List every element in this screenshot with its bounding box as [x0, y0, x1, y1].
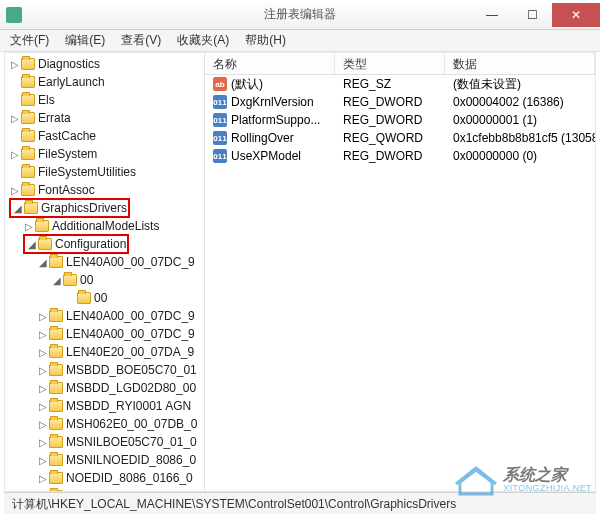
tree-item[interactable]: ▷NOEDID_8086_0166_0: [5, 469, 204, 487]
expander-icon[interactable]: ◢: [26, 239, 38, 250]
expander-icon[interactable]: ▷: [37, 311, 49, 322]
folder-icon: [21, 94, 35, 106]
tree-item[interactable]: ▷AdditionalModeLists: [5, 217, 204, 235]
folder-icon: [49, 472, 63, 484]
folder-icon: [21, 166, 35, 178]
folder-icon: [35, 220, 49, 232]
tree-item[interactable]: ▷MSBDD_RYI0001 AGN: [5, 397, 204, 415]
tree-item[interactable]: ▷MSBDD_BOE05C70_01: [5, 361, 204, 379]
tree-item[interactable]: Els: [5, 91, 204, 109]
tree-item[interactable]: 00: [5, 289, 204, 307]
tree-label: LEN40A00_00_07DC_9: [66, 327, 195, 341]
tree-label: AdditionalModeLists: [52, 219, 159, 233]
tree-panel[interactable]: ▷DiagnosticsEarlyLaunchEls▷ErrataFastCac…: [5, 53, 205, 491]
folder-icon: [77, 292, 91, 304]
expander-icon[interactable]: ◢: [12, 203, 24, 214]
expander-icon[interactable]: ▷: [37, 437, 49, 448]
tree-label: Diagnostics: [38, 57, 100, 71]
tree-label: 00: [80, 273, 93, 287]
tree-item[interactable]: ▷Diagnostics: [5, 55, 204, 73]
tree-item[interactable]: FileSystemUtilities: [5, 163, 204, 181]
tree-item[interactable]: FastCache: [5, 127, 204, 145]
expander-icon[interactable]: ▷: [37, 473, 49, 484]
expander-icon[interactable]: ▷: [37, 383, 49, 394]
tree-item[interactable]: ▷LEN40A00_00_07DC_9: [5, 325, 204, 343]
watermark: 系统之家 XITONGZHIJIA.NET: [455, 464, 592, 496]
tree-label: MSBDD_RYI0001 AGN: [66, 399, 191, 413]
expander-icon[interactable]: ▷: [37, 347, 49, 358]
list-row[interactable]: 011PlatformSuppo...REG_DWORD0x00000001 (…: [205, 111, 595, 129]
tree-item[interactable]: ▷MSH062E0_00_07DB_0: [5, 415, 204, 433]
list-row[interactable]: 011DxgKrnlVersionREG_DWORD0x00004002 (16…: [205, 93, 595, 111]
tree-item[interactable]: ◢00: [5, 271, 204, 289]
window-title: 注册表编辑器: [264, 6, 336, 23]
titlebar-left: [6, 7, 22, 23]
expander-icon[interactable]: ▷: [9, 113, 21, 124]
value-data: 0x00000000 (0): [445, 149, 595, 163]
binary-value-icon: 011: [213, 95, 227, 109]
tree-item[interactable]: ◢Configuration: [5, 235, 204, 253]
list-row[interactable]: 011UseXPModelREG_DWORD0x00000000 (0): [205, 147, 595, 165]
tree-item[interactable]: ▷Errata: [5, 109, 204, 127]
tree-item[interactable]: ◢LEN40A00_00_07DC_9: [5, 253, 204, 271]
menu-edit[interactable]: 编辑(E): [59, 30, 111, 51]
folder-icon: [21, 58, 35, 70]
list-panel: 名称 类型 数据 ab(默认)REG_SZ(数值未设置)011DxgKrnlVe…: [205, 53, 595, 491]
close-button[interactable]: ✕: [552, 3, 600, 27]
expander-icon[interactable]: ▷: [37, 401, 49, 412]
folder-icon: [49, 256, 63, 268]
content-area: ▷DiagnosticsEarlyLaunchEls▷ErrataFastCac…: [4, 52, 596, 492]
maximize-button[interactable]: ☐: [512, 3, 552, 27]
list-row[interactable]: 011RollingOverREG_QWORD0x1cfebb8b8b81cf5…: [205, 129, 595, 147]
tree-item[interactable]: ▷LEN40A00_00_07DC_9: [5, 307, 204, 325]
expander-icon[interactable]: ▷: [37, 419, 49, 430]
tree-label: FastCache: [38, 129, 96, 143]
tree-item[interactable]: ◢GraphicsDrivers: [5, 199, 204, 217]
tree-label: MSBDD_LGD02D80_00: [66, 381, 196, 395]
watermark-text: 系统之家 XITONGZHIJIA.NET: [503, 466, 592, 493]
col-data[interactable]: 数据: [445, 53, 595, 74]
tree-item[interactable]: ▷FontAssoc: [5, 181, 204, 199]
expander-icon[interactable]: ▷: [37, 365, 49, 376]
folder-icon: [24, 202, 38, 214]
menu-help[interactable]: 帮助(H): [239, 30, 292, 51]
tree-item[interactable]: ▷MSNILBOE05C70_01_0: [5, 433, 204, 451]
tree-item[interactable]: EarlyLaunch: [5, 73, 204, 91]
menu-file[interactable]: 文件(F): [4, 30, 55, 51]
menu-favorites[interactable]: 收藏夹(A): [171, 30, 235, 51]
expander-icon[interactable]: ◢: [51, 275, 63, 286]
tree-label: Errata: [38, 111, 71, 125]
col-type[interactable]: 类型: [335, 53, 445, 74]
folder-icon: [63, 274, 77, 286]
expander-icon[interactable]: ▷: [37, 329, 49, 340]
tree-label: GraphicsDrivers: [41, 201, 127, 215]
folder-icon: [49, 364, 63, 376]
tree-item[interactable]: ▷FileSystem: [5, 145, 204, 163]
minimize-button[interactable]: —: [472, 3, 512, 27]
tree-item[interactable]: ▷SIMULATED 8086 016: [5, 487, 204, 491]
expander-icon[interactable]: ▷: [37, 491, 49, 492]
tree-item[interactable]: ▷MSNILNOEDID_8086_0: [5, 451, 204, 469]
expander-icon[interactable]: ▷: [23, 221, 35, 232]
tree-label: Els: [38, 93, 55, 107]
folder-icon: [21, 148, 35, 160]
tree-label: SIMULATED 8086 016: [66, 489, 187, 491]
binary-value-icon: 011: [213, 131, 227, 145]
folder-icon: [49, 328, 63, 340]
expander-icon[interactable]: ▷: [9, 149, 21, 160]
expander-icon[interactable]: ▷: [9, 59, 21, 70]
folder-icon: [49, 418, 63, 430]
list-row[interactable]: ab(默认)REG_SZ(数值未设置): [205, 75, 595, 93]
tree-item[interactable]: ▷MSBDD_LGD02D80_00: [5, 379, 204, 397]
expander-icon[interactable]: ◢: [37, 257, 49, 268]
tree-label: FontAssoc: [38, 183, 95, 197]
col-name[interactable]: 名称: [205, 53, 335, 74]
value-type: REG_DWORD: [335, 113, 445, 127]
expander-icon[interactable]: ▷: [37, 455, 49, 466]
tree-item[interactable]: ▷LEN40E20_00_07DA_9: [5, 343, 204, 361]
folder-icon: [49, 382, 63, 394]
expander-icon[interactable]: ▷: [9, 185, 21, 196]
menu-view[interactable]: 查看(V): [115, 30, 167, 51]
folder-icon: [49, 454, 63, 466]
folder-icon: [21, 184, 35, 196]
